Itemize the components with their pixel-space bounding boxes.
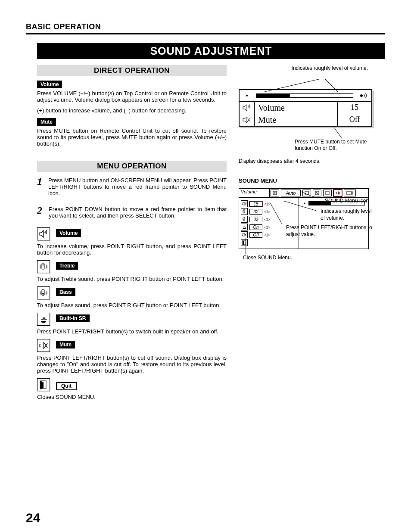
svg-point-19 [243,219,244,220]
direct-heading: DIRECT OPERATION [37,65,227,76]
volume-label: Volume [254,102,337,114]
chapter-title: BASIC OPERATION [26,22,385,31]
body-text: Press POINT DOWN button to move a red fr… [49,206,227,219]
step-2: 2 Press POINT DOWN button to move a red … [37,205,227,223]
mute-tag: Mute [37,118,56,126]
callout-text: Close SOUND Menu. [243,255,292,261]
mute-tag: Mute [56,341,75,348]
mute-icon [241,231,248,238]
step-1: 1 Press MENU button and ON-SCREEN MENU w… [37,176,227,201]
speaker-high-icon [359,93,367,99]
svg-line-6 [325,79,338,92]
svg-line-5 [265,79,321,92]
callout-text: Press MUTE button to set Mute function O… [295,139,368,152]
callout-text: Indicates roughly level of volume. [321,208,372,221]
svg-rect-0 [42,263,44,269]
builtin-sp-icon [37,313,50,326]
body-text: To increase volume, press POINT RIGHT bu… [37,243,227,256]
volume-value: 15 [337,102,371,114]
volume-tag: Volume [37,81,62,88]
svg-line-23 [284,201,316,211]
svg-point-17 [243,210,244,211]
volume-tag: Volume [56,229,81,237]
svg-rect-13 [326,191,329,195]
treble-icon [37,260,50,273]
sound-menu-heading: SOUND MENU [239,177,381,184]
callout-text: Display disappears after 4 seconds. [239,158,381,165]
menu-icon [344,190,356,196]
builtin-sp-tag: Built-in SP. [56,314,90,322]
svg-point-7 [246,95,248,96]
builtin-sp-icon [241,224,248,230]
menu-icon [271,190,279,196]
svg-line-22 [299,191,315,198]
menu-icon [323,190,332,196]
divider [26,33,385,34]
svg-point-15 [351,193,352,194]
step-number: 1 [37,176,42,201]
callout-text: Press POINT LEFT/RIGHT buttons to adjust… [286,224,372,238]
page-title: SOUND ADJUSTMENT [37,43,385,59]
body-text: To adjust Bass sound, press POINT RIGHT … [37,302,227,308]
body-text: To adjust Treble sound, press POINT RIGH… [37,276,227,282]
mute-icon [37,339,50,352]
menu-heading: MENU OPERATION [37,161,227,172]
svg-point-1 [43,264,44,266]
svg-point-8 [360,94,363,97]
body-text: Press POINT LEFT/RIGHT button(s) to cut … [37,355,227,374]
body-text: Press MUTE button on Remote Control Unit… [37,128,227,147]
bass-icon [37,286,50,299]
bass-icon [241,216,248,223]
svg-line-9 [333,127,342,139]
svg-point-3 [42,293,44,295]
body-text: Press MENU button and ON-SCREEN MENU wil… [48,177,227,196]
body-text: Press POINT LEFT/RIGHT button(s) to swit… [37,328,227,335]
sm-top-label: Volume [239,189,270,197]
volume-dialog: Volume 15 Mute Off [239,89,372,127]
treble-tag: Treble [56,262,78,270]
svg-line-24 [270,202,282,224]
bass-tag: Bass [56,288,75,296]
volume-icon [240,102,254,114]
quit-icon [37,378,50,391]
body-text: Closes SOUND MENU. [37,394,227,400]
sm-builtin-value: On [249,224,262,230]
callout-text: Indicates roughly level of volume. [239,65,368,72]
mute-icon [240,114,254,126]
sm-volume-value: 15 [249,201,262,207]
arrow-icon: ◁▷ [264,233,270,237]
speaker-low-icon [244,93,250,99]
mute-value: Off [337,114,371,126]
treble-icon [241,208,248,215]
callout-text: SOUND Menu icon [325,198,369,205]
sm-mute-value: Off [249,232,262,238]
sm-treble-value: 32 [249,209,262,215]
body-text: (+) button to increase volume, and (–) b… [37,107,227,114]
sound-menu-icon [333,190,342,196]
mute-label: Mute [254,114,337,126]
quit-tag: Quit [56,382,77,390]
step-number: 2 [37,205,43,223]
volume-icon [241,200,248,207]
body-text: Press VOLUME (+/–) button(s) on Top Cont… [37,90,227,103]
volume-level-bar [256,93,353,98]
sm-bass-value: 32 [249,217,262,222]
volume-icon [37,227,50,240]
